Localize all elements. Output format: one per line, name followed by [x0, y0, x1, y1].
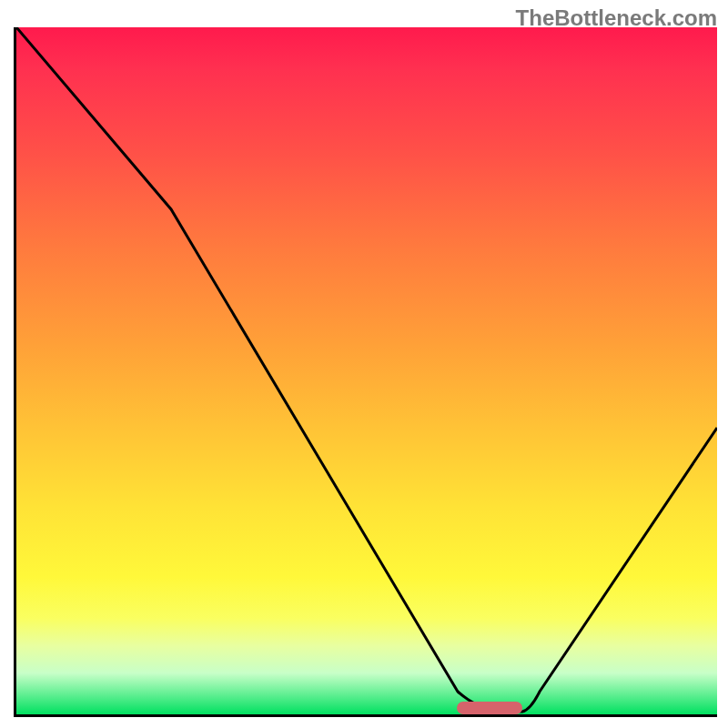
- bottleneck-curve: [16, 27, 717, 714]
- watermark-text: TheBottleneck.com: [516, 5, 717, 31]
- optimal-range-marker: [457, 702, 522, 714]
- chart-plot-area: [14, 27, 717, 717]
